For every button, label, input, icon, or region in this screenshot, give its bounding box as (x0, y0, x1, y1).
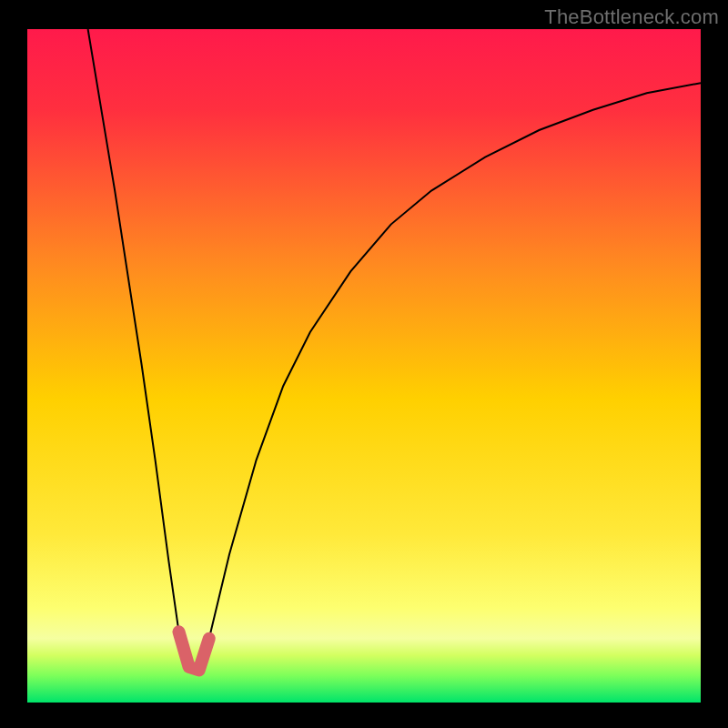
watermark-text: TheBottleneck.com (544, 5, 719, 29)
chart-frame (27, 29, 701, 703)
bottleneck-chart (27, 29, 701, 703)
gradient-background (27, 29, 701, 703)
